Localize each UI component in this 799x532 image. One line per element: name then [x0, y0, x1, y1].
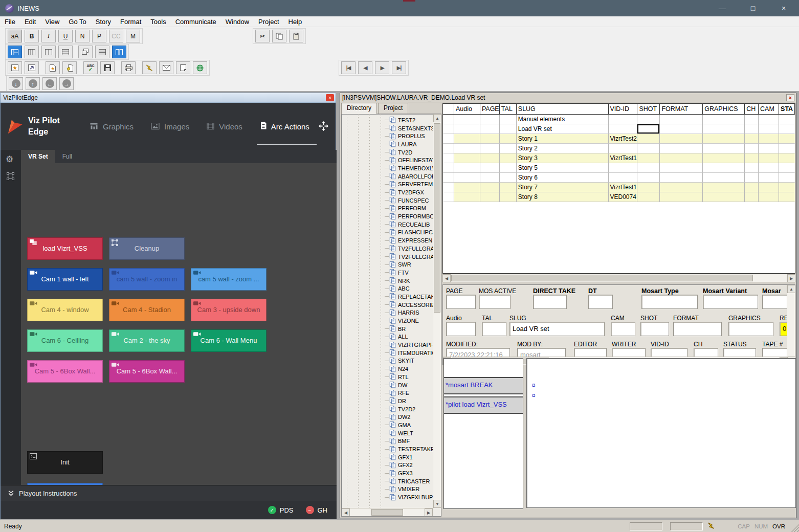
copy-icon[interactable]: [272, 30, 286, 42]
menu-item[interactable]: Communicate: [171, 17, 221, 27]
cascade-windows-icon[interactable]: [78, 46, 93, 58]
arc-action-button[interactable]: Cam 5 - 6Box Wall...: [109, 360, 185, 383]
viz-tab[interactable]: VR Set: [21, 150, 55, 163]
tree-item[interactable]: DW: [342, 381, 433, 389]
row-selector[interactable]: [443, 192, 454, 202]
arc-action-button[interactable]: Cam 1 wall - left: [27, 268, 103, 291]
tree-item[interactable]: TV2D: [342, 148, 433, 157]
rundown-row[interactable]: Story 5: [443, 163, 795, 173]
settings-gear-icon[interactable]: ⚙: [6, 154, 13, 165]
format-button[interactable]: aA: [8, 30, 22, 42]
form-field-input[interactable]: [640, 322, 669, 336]
rundown-row[interactable]: Story 3 VizrtTest1: [443, 153, 795, 163]
arc-action-button[interactable]: Cam 6 - Wall Menu: [191, 329, 267, 352]
tree-item[interactable]: TESTRETAKE: [342, 445, 433, 453]
row-selector[interactable]: [443, 173, 454, 183]
arc-action-button[interactable]: Init: [27, 451, 103, 474]
form-field-input[interactable]: [641, 295, 698, 309]
story-nav-button[interactable]: |◀: [341, 61, 356, 74]
viz-nav-item[interactable]: Arc Actions: [260, 115, 309, 138]
tree-item[interactable]: DR: [342, 397, 433, 405]
browse-web-icon[interactable]: [193, 61, 207, 74]
tree-item[interactable]: REPLACETAKE: [342, 293, 433, 301]
tree-item[interactable]: BMF: [342, 437, 433, 446]
arc-action-button[interactable]: Cam 4 - window: [27, 299, 103, 321]
tree-item[interactable]: PROPLUS: [342, 132, 433, 140]
tree-item[interactable]: ALL: [342, 333, 433, 341]
scroll-up-icon[interactable]: ▲: [433, 114, 441, 122]
viz-nav-item[interactable]: Videos: [207, 115, 242, 138]
format-button[interactable]: I: [41, 30, 56, 42]
save-icon[interactable]: [100, 61, 115, 74]
directory-tab[interactable]: Project: [378, 103, 408, 114]
tree-item[interactable]: ABC: [342, 284, 433, 293]
column-header[interactable]: TAL: [500, 104, 517, 115]
three-columns-icon[interactable]: [25, 46, 39, 58]
scroll-left-icon[interactable]: ◀: [342, 508, 350, 517]
menu-item[interactable]: View: [40, 17, 64, 27]
arc-action-button[interactable]: Cam 2 - the sky: [109, 329, 185, 352]
tree-item[interactable]: DW2: [342, 413, 433, 421]
tree-item[interactable]: PERFORM: [342, 205, 433, 213]
menu-item[interactable]: Help: [284, 17, 307, 27]
form-field-input[interactable]: 0:00: [780, 322, 787, 336]
column-header[interactable]: SHOT: [637, 104, 660, 115]
tree-item[interactable]: VIZGFXLBUPC: [342, 493, 433, 501]
tree-vertical-scrollbar[interactable]: ▲ ▼: [433, 114, 441, 508]
notes-icon[interactable]: [176, 61, 190, 74]
menu-item[interactable]: Edit: [20, 17, 40, 27]
scroll-thumb[interactable]: [434, 123, 440, 313]
format-button[interactable]: M: [126, 30, 140, 42]
tree-item[interactable]: VMIXER: [342, 485, 433, 494]
tree-item[interactable]: FTV: [342, 269, 433, 277]
alert-send-icon[interactable]: [142, 61, 157, 74]
form-field-input[interactable]: [479, 295, 511, 309]
arrow-button[interactable]: ↑: [26, 77, 40, 90]
scroll-thumb[interactable]: [451, 275, 753, 281]
tree-item[interactable]: ITEMDURATIO: [342, 349, 433, 357]
column-header[interactable]: STA: [779, 104, 795, 115]
arc-action-button[interactable]: cam 5 wall - zoom ...: [191, 268, 267, 291]
story-nav-button[interactable]: ▶: [375, 61, 389, 74]
viz-tab[interactable]: Full: [55, 150, 79, 163]
rundown-row[interactable]: Story 8 VED0074: [443, 192, 795, 202]
production-cue[interactable]: *pilot load Vizrt_VSS: [444, 397, 523, 413]
form-field-input[interactable]: Load VR set: [509, 322, 605, 336]
tree-item[interactable]: N24: [342, 365, 433, 373]
form-field-input[interactable]: [533, 295, 567, 309]
queue-titlebar[interactable]: [IN3PSVVM]SHOW.LAURA.VR_DEMO.Load VR set…: [340, 93, 796, 102]
column-header[interactable]: GRAPHICS: [703, 104, 745, 115]
arc-action-button[interactable]: Cam 6 - Ceilling: [27, 329, 103, 352]
playout-instructions-bar[interactable]: Playout Instructions: [1, 485, 337, 501]
menu-item[interactable]: Project: [254, 17, 283, 27]
tree-item[interactable]: TV2DFGX: [342, 188, 433, 196]
arc-action-button[interactable]: Cleanup: [109, 237, 185, 260]
menu-item[interactable]: Window: [221, 17, 254, 27]
tree-item[interactable]: RTL: [342, 373, 433, 381]
resize-grip[interactable]: [791, 524, 799, 532]
tree-item[interactable]: OFFLINESTATU: [342, 156, 433, 164]
arrow-button[interactable]: ←: [42, 77, 57, 90]
paste-icon[interactable]: [289, 30, 303, 42]
tree-item[interactable]: SKYIT: [342, 357, 433, 365]
format-button[interactable]: P: [92, 30, 106, 42]
column-header[interactable]: CAM: [759, 104, 779, 115]
form-vertical-scrollbar[interactable]: ▲ ▼: [787, 285, 795, 365]
grid-horizontal-scrollbar[interactable]: ◀ ▶: [442, 274, 795, 282]
open-window-icon[interactable]: [25, 61, 39, 74]
minimize-button[interactable]: —: [707, 0, 738, 16]
move-panel-icon[interactable]: [319, 121, 328, 131]
split-horizontal-icon[interactable]: [95, 46, 109, 58]
tree-item[interactable]: LAURA: [342, 140, 433, 148]
cue-cell-empty[interactable]: [444, 359, 523, 377]
form-field-input[interactable]: [482, 322, 506, 336]
tree-item[interactable]: SERVERTEMPS: [342, 181, 433, 189]
arc-action-button[interactable]: Cam 4 - Stadion: [109, 299, 185, 321]
tree-item[interactable]: TRICASTER: [342, 477, 433, 485]
form-field-input[interactable]: [673, 322, 722, 336]
format-button[interactable]: U: [58, 30, 73, 42]
print-icon[interactable]: [121, 61, 136, 74]
open-rundown-icon[interactable]: [8, 61, 22, 74]
scroll-left-icon[interactable]: ◀: [442, 274, 451, 282]
tree-item[interactable]: EXPRESSEN: [342, 236, 433, 245]
